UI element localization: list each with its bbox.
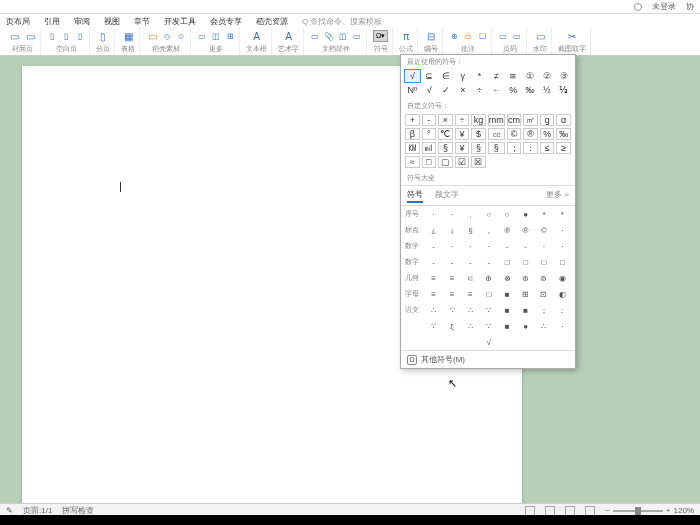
menu-devtools[interactable]: 开发工具 — [164, 16, 196, 27]
symbol-recent-14[interactable]: ÷ — [471, 83, 488, 97]
menu-layout[interactable]: 页布局 — [6, 16, 30, 27]
symbol-custom[interactable]: ¥ — [455, 128, 470, 140]
more-symbols-link[interactable]: Ω 其他符号(M) — [401, 350, 575, 368]
group-wordart[interactable]: A艺术字 — [274, 28, 304, 55]
symbol-custom[interactable]: ； — [507, 142, 522, 154]
group-symbol[interactable]: Ω▾符号 — [369, 28, 393, 55]
symbol-custom[interactable]: ㏄ — [488, 128, 505, 140]
zoom-in-icon[interactable]: + — [666, 506, 671, 515]
menu-vip[interactable]: 会员专享 — [210, 16, 242, 27]
symbol-recent-3[interactable]: γ — [454, 69, 471, 83]
group-table[interactable]: ▦表格 — [117, 28, 140, 55]
ribbon-toolbar: ▭▭封面页 ▯▯▯空白页 ▯分页 ▦表格 ▭◇☺稻壳素材 ▭◫⊞更多 A文本框 … — [0, 28, 700, 56]
menu-resources[interactable]: 稻壳资源 — [256, 16, 288, 27]
view-outline-icon[interactable] — [545, 506, 555, 516]
status-page[interactable]: ✎ — [6, 506, 13, 515]
tab-symbols[interactable]: 符号 — [407, 188, 423, 203]
group-blank[interactable]: ▯▯▯空白页 — [43, 28, 90, 55]
symbol-recent-13[interactable]: × — [454, 83, 471, 97]
symbol-recent-16[interactable]: % — [505, 83, 522, 97]
symbol-custom[interactable]: mm — [488, 114, 505, 126]
group-cover[interactable]: ▭▭封面页 — [4, 28, 41, 55]
symbol-custom[interactable]: ㏎ — [405, 142, 420, 154]
symbol-custom[interactable]: ㎡ — [523, 114, 538, 126]
symbol-custom[interactable]: β — [405, 128, 420, 140]
symbol-recent-11[interactable]: √ — [421, 83, 438, 97]
symbol-recent-18[interactable]: ½ — [538, 83, 555, 97]
tab-more-link[interactable]: 更多 > — [546, 188, 569, 203]
symbol-custom[interactable]: ▢ — [438, 156, 453, 168]
symbol-recent-0[interactable]: √ — [404, 69, 421, 83]
symbol-custom[interactable]: $ — [471, 128, 486, 140]
symbol-custom[interactable]: © — [507, 128, 522, 140]
group-chart[interactable]: ▭◫⊞更多 — [193, 28, 240, 55]
zoom-slider[interactable] — [613, 510, 663, 512]
zoom-out-icon[interactable]: − — [605, 506, 610, 515]
mouse-cursor-icon: ↖ — [448, 377, 457, 390]
symbol-custom[interactable]: cm — [507, 114, 522, 126]
symbol-custom[interactable]: g — [540, 114, 555, 126]
symbol-recent-17[interactable]: ‰ — [522, 83, 539, 97]
view-web-icon[interactable] — [565, 506, 575, 516]
symbol-recent-2[interactable]: ∈ — [438, 69, 455, 83]
symbol-recent-8[interactable]: ② — [538, 69, 555, 83]
menu-view[interactable]: 视图 — [104, 16, 120, 27]
symbol-custom[interactable]: + — [405, 114, 420, 126]
symbol-custom[interactable]: % — [540, 128, 555, 140]
symbol-custom[interactable]: ÷ — [455, 114, 470, 126]
symbol-recent-7[interactable]: ① — [522, 69, 539, 83]
symbol-recent-15[interactable]: ← — [488, 83, 505, 97]
symbol-recent-10[interactable]: Nº — [404, 83, 421, 97]
group-formula[interactable]: π公式 — [395, 28, 418, 55]
symbol-custom[interactable]: ≥ — [556, 142, 571, 154]
symbol-custom[interactable]: ≤ — [540, 142, 555, 154]
group-attach[interactable]: ▭📎◫▭文档部件 — [306, 28, 367, 55]
symbol-dropdown[interactable]: Ω▾ — [373, 30, 388, 42]
symbol-recent-6[interactable]: ≅ — [505, 69, 522, 83]
collab-label[interactable]: 协 — [686, 1, 694, 12]
symbol-custom[interactable]: ° — [422, 128, 437, 140]
group-picture[interactable]: ▭◇☺稻壳素材 — [142, 28, 191, 55]
symbol-recent-1[interactable]: ⊆ — [421, 69, 438, 83]
symbol-custom[interactable]: α — [556, 114, 571, 126]
view-print-icon[interactable] — [525, 506, 535, 516]
symbol-custom[interactable]: □ — [422, 156, 437, 168]
tab-kaomoji[interactable]: 颜文字 — [435, 188, 459, 203]
symbol-custom[interactable]: ： — [523, 142, 538, 154]
symbol-custom[interactable]: × — [438, 114, 453, 126]
zoom-value[interactable]: 120% — [674, 506, 694, 515]
group-header[interactable]: ▭▭页码 — [494, 28, 527, 55]
symbol-custom[interactable]: ☑ — [455, 156, 470, 168]
group-number[interactable]: ⊟编号 — [420, 28, 443, 55]
symbol-recent-9[interactable]: ③ — [555, 69, 572, 83]
login-status[interactable]: 未登录 — [652, 1, 676, 12]
view-read-icon[interactable] — [585, 506, 595, 516]
symbol-recent-5[interactable]: ≠ — [488, 69, 505, 83]
symbol-custom[interactable]: ¥ — [455, 142, 470, 154]
menu-references[interactable]: 引用 — [44, 16, 60, 27]
symbol-custom[interactable]: ≈ — [405, 156, 420, 168]
symbol-recent-19[interactable]: ⅓ — [555, 83, 572, 97]
group-link[interactable]: ⊕▭☐批注 — [445, 28, 492, 55]
symbol-custom[interactable]: kg — [471, 114, 486, 126]
menu-chapters[interactable]: 章节 — [134, 16, 150, 27]
symbol-custom[interactable]: § — [438, 142, 453, 154]
group-watermark[interactable]: ▭水印 — [529, 28, 552, 55]
symbol-custom[interactable]: ㏕ — [422, 142, 437, 154]
command-search[interactable]: Q 查找命令、搜索模板 — [302, 16, 382, 27]
symbol-custom[interactable]: ☒ — [471, 156, 486, 168]
group-textbox[interactable]: A文本框 — [242, 28, 272, 55]
symbol-custom[interactable]: ‰ — [556, 128, 571, 140]
symbol-custom[interactable]: ® — [523, 128, 538, 140]
user-avatar-icon[interactable] — [634, 3, 642, 11]
symbol-recent-12[interactable]: ✓ — [438, 83, 455, 97]
symbol-recent-4[interactable]: * — [471, 69, 488, 83]
group-screenshot[interactable]: ✂截图取字 — [554, 28, 591, 55]
symbol-custom[interactable]: - — [422, 114, 437, 126]
zoom-control[interactable]: − + 120% — [605, 506, 694, 515]
group-pagebreak[interactable]: ▯分页 — [92, 28, 115, 55]
symbol-custom[interactable]: ℃ — [438, 128, 453, 140]
symbol-custom[interactable]: § — [471, 142, 486, 154]
symbol-custom[interactable]: § — [488, 142, 505, 154]
menu-review[interactable]: 审阅 — [74, 16, 90, 27]
